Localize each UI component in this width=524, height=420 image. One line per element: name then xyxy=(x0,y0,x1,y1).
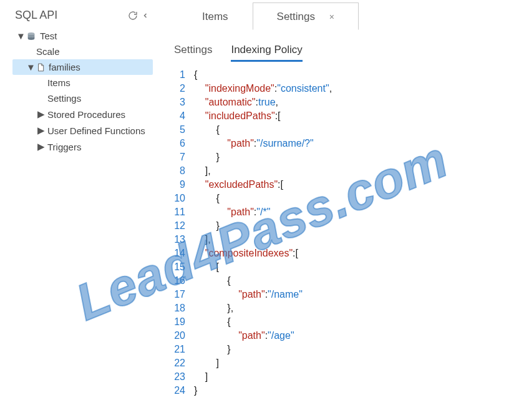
line-number: 19 xyxy=(174,315,194,329)
tree-node-triggers[interactable]: ▶ Triggers xyxy=(12,139,153,155)
subtab-settings[interactable]: Settings xyxy=(174,44,212,62)
sidebar: SQL API ▼ Test Scale ▼ fam xyxy=(0,0,159,420)
caret-down-icon[interactable]: ▼ xyxy=(26,62,32,72)
line-number: 13 xyxy=(174,233,194,247)
line-number: 14 xyxy=(174,247,194,260)
tree-node-label: families xyxy=(49,62,80,72)
line-content: "path":"/*" xyxy=(194,205,270,219)
refresh-icon[interactable] xyxy=(128,11,138,21)
subtab-label: Settings xyxy=(174,44,212,56)
line-content: } xyxy=(194,150,220,164)
subtab-indexing-policy[interactable]: Indexing Policy xyxy=(231,44,302,62)
code-line[interactable]: 23 ] xyxy=(174,370,524,384)
line-content: { xyxy=(194,192,220,205)
tree-node-families[interactable]: ▼ families xyxy=(12,59,153,75)
line-number: 15 xyxy=(174,260,194,274)
line-content: ], xyxy=(194,233,211,247)
code-line[interactable]: 13 ], xyxy=(174,233,524,247)
line-number: 21 xyxy=(174,343,194,356)
line-number: 17 xyxy=(174,288,194,301)
caret-down-icon[interactable]: ▼ xyxy=(16,31,22,41)
code-line[interactable]: 9 "excludedPaths":[ xyxy=(174,178,524,192)
caret-right-icon[interactable]: ▶ xyxy=(37,141,44,152)
code-line[interactable]: 17 "path":"/name" xyxy=(174,288,524,301)
tab-settings[interactable]: Settings × xyxy=(253,2,359,30)
code-line[interactable]: 6 "path":"/surname/?" xyxy=(174,137,524,150)
code-line[interactable]: 4 "includedPaths":[ xyxy=(174,109,524,123)
svg-point-0 xyxy=(28,32,35,35)
tree: ▼ Test Scale ▼ families Items Settings xyxy=(12,28,153,155)
caret-right-icon[interactable]: ▶ xyxy=(37,125,44,136)
line-content: "path":"/surname/?" xyxy=(194,137,314,150)
code-line[interactable]: 5 { xyxy=(174,123,524,137)
line-number: 24 xyxy=(174,384,194,398)
close-icon[interactable]: × xyxy=(329,12,334,22)
code-line[interactable]: 1{ xyxy=(174,68,524,82)
line-content: { xyxy=(194,315,231,329)
line-content: }, xyxy=(194,301,233,315)
line-number: 4 xyxy=(174,109,194,123)
line-number: 9 xyxy=(174,178,194,192)
code-line[interactable]: 2 "indexingMode":"consistent", xyxy=(174,82,524,95)
line-number: 16 xyxy=(174,274,194,288)
code-line[interactable]: 10 { xyxy=(174,192,524,205)
tree-node-udf[interactable]: ▶ User Defined Functions xyxy=(12,122,153,139)
code-line[interactable]: 12 } xyxy=(174,219,524,233)
line-content: ] xyxy=(194,370,208,384)
document-icon xyxy=(36,62,45,72)
code-line[interactable]: 14 "compositeIndexes":[ xyxy=(174,247,524,260)
tree-node-settings[interactable]: Settings xyxy=(12,90,153,106)
code-line[interactable]: 22 ] xyxy=(174,356,524,370)
tree-node-items[interactable]: Items xyxy=(12,75,153,90)
tree-node-label: Test xyxy=(40,31,57,41)
line-content: { xyxy=(194,68,197,82)
collapse-icon[interactable] xyxy=(142,11,149,21)
line-number: 8 xyxy=(174,164,194,178)
editor-tabs: Items Settings × xyxy=(159,0,524,30)
caret-right-icon[interactable]: ▶ xyxy=(37,109,44,120)
tree-node-label: Settings xyxy=(47,93,81,104)
line-content: "indexingMode":"consistent", xyxy=(194,82,332,95)
tree-node-scale[interactable]: Scale xyxy=(12,44,153,59)
line-number: 22 xyxy=(174,356,194,370)
line-number: 10 xyxy=(174,192,194,205)
line-content: "compositeIndexes":[ xyxy=(194,247,298,260)
main-panel: Items Settings × Settings Indexing Polic… xyxy=(159,0,524,420)
tree-node-label: Triggers xyxy=(47,142,81,152)
line-content: ], xyxy=(194,164,211,178)
code-editor[interactable]: 1{2 "indexingMode":"consistent",3 "autom… xyxy=(159,66,524,398)
line-content: "path":"/age" xyxy=(194,329,294,343)
line-number: 2 xyxy=(174,82,194,95)
code-line[interactable]: 21 } xyxy=(174,343,524,356)
code-line[interactable]: 19 { xyxy=(174,315,524,329)
line-content: { xyxy=(194,123,220,137)
line-content: } xyxy=(194,343,231,356)
settings-subtabs: Settings Indexing Policy xyxy=(159,30,524,66)
code-line[interactable]: 20 "path":"/age" xyxy=(174,329,524,343)
code-line[interactable]: 3 "automatic":true, xyxy=(174,95,524,109)
tree-node-database[interactable]: ▼ Test xyxy=(12,28,153,44)
line-number: 5 xyxy=(174,123,194,137)
code-line[interactable]: 11 "path":"/*" xyxy=(174,205,524,219)
code-line[interactable]: 24} xyxy=(174,384,524,398)
line-content: ] xyxy=(194,356,219,370)
code-line[interactable]: 18 }, xyxy=(174,301,524,315)
code-line[interactable]: 16 { xyxy=(174,274,524,288)
code-line[interactable]: 7 } xyxy=(174,150,524,164)
line-number: 3 xyxy=(174,95,194,109)
tab-label: Items xyxy=(202,11,228,22)
database-icon xyxy=(26,31,36,41)
line-content: { xyxy=(194,274,231,288)
tree-node-label: Items xyxy=(47,77,70,88)
line-number: 1 xyxy=(174,68,194,82)
line-number: 23 xyxy=(174,370,194,384)
line-number: 18 xyxy=(174,301,194,315)
code-line[interactable]: 15 [ xyxy=(174,260,524,274)
code-line[interactable]: 8 ], xyxy=(174,164,524,178)
line-number: 7 xyxy=(174,150,194,164)
tab-items[interactable]: Items xyxy=(178,2,253,30)
sidebar-header: SQL API xyxy=(12,7,153,28)
tree-node-stored-procedures[interactable]: ▶ Stored Procedures xyxy=(12,106,153,122)
line-content: } xyxy=(194,219,220,233)
line-content: [ xyxy=(194,260,219,274)
